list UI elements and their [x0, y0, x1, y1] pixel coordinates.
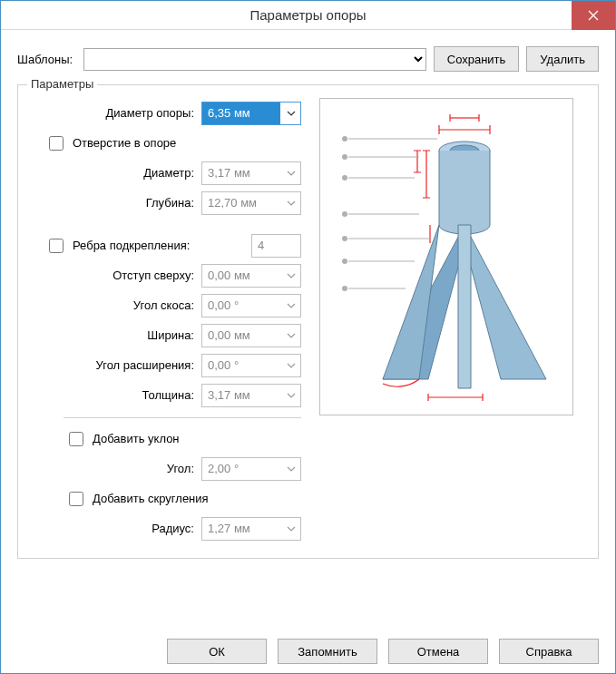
- ribs-count: 4: [251, 234, 301, 258]
- parameters-column: Диаметр опоры: Отверстие в опоре Диаметр…: [29, 98, 301, 543]
- thickness-field: [202, 385, 280, 406]
- hole-diameter-input: [201, 161, 301, 185]
- svg-point-9: [342, 154, 347, 160]
- dialog-buttons-row: ОК Запомнить Отмена Справка: [17, 633, 599, 664]
- boss-diameter-label: Диаметр опоры:: [105, 106, 194, 120]
- chevron-down-icon[interactable]: [280, 103, 300, 124]
- svg-point-7: [342, 136, 347, 142]
- offset-top-input: [201, 264, 301, 288]
- templates-row: Шаблоны: Сохранить Удалить: [17, 46, 599, 72]
- chevron-down-icon: [280, 385, 300, 406]
- templates-label: Шаблоны:: [17, 53, 73, 66]
- expand-angle-input: [201, 354, 301, 377]
- boss-diameter-field[interactable]: [202, 103, 280, 124]
- draft-angle-field: [202, 458, 280, 480]
- fillet-radius-label: Радиус:: [152, 522, 194, 535]
- boss-diameter-input[interactable]: [201, 102, 301, 125]
- divider: [64, 417, 301, 418]
- boss-preview-diagram: [319, 98, 573, 415]
- hole-diameter-field: [202, 162, 280, 184]
- ribs-label: Ребра подкрепления:: [73, 239, 190, 252]
- hole-diameter-label: Диаметр:: [143, 166, 194, 180]
- titlebar: Параметры опоры: [1, 1, 615, 30]
- bevel-angle-label: Угол скоса:: [133, 298, 194, 312]
- svg-point-11: [342, 175, 347, 181]
- chevron-down-icon: [280, 458, 300, 480]
- hole-depth-input: [201, 191, 301, 215]
- ok-button[interactable]: ОК: [167, 639, 267, 664]
- delete-template-button[interactable]: Удалить: [526, 46, 599, 72]
- close-icon: [588, 10, 599, 21]
- save-template-button[interactable]: Сохранить: [434, 46, 520, 72]
- fillet-radius-field: [202, 518, 280, 540]
- hole-depth-label: Глубина:: [146, 196, 194, 210]
- chevron-down-icon: [280, 518, 300, 540]
- chevron-down-icon: [280, 325, 300, 347]
- bevel-angle-field: [202, 295, 280, 317]
- svg-point-17: [342, 259, 347, 264]
- thickness-input: [201, 384, 301, 407]
- ribs-checkbox[interactable]: [49, 239, 64, 253]
- parameters-legend: Параметры: [27, 77, 97, 91]
- fillet-radius-input: [201, 517, 301, 541]
- thickness-label: Толщина:: [142, 388, 194, 402]
- hole-in-boss-checkbox[interactable]: [49, 136, 64, 151]
- svg-point-13: [342, 211, 347, 217]
- expand-angle-field: [202, 355, 280, 376]
- add-fillet-label: Добавить скругления: [93, 492, 209, 505]
- dialog-window: Параметры опоры Шаблоны: Сохранить Удали…: [0, 0, 616, 674]
- offset-top-field: [202, 265, 280, 287]
- chevron-down-icon: [280, 192, 300, 214]
- window-title: Параметры опоры: [249, 7, 366, 23]
- hole-depth-field: [202, 192, 280, 214]
- svg-point-15: [342, 236, 347, 241]
- draft-angle-label: Угол:: [167, 462, 194, 475]
- offset-top-label: Отступ сверху:: [112, 269, 194, 282]
- cancel-button[interactable]: Отмена: [388, 639, 488, 664]
- bevel-angle-input: [201, 294, 301, 317]
- chevron-down-icon: [280, 355, 300, 376]
- draft-angle-input: [201, 457, 301, 481]
- close-button[interactable]: [572, 1, 615, 30]
- width-input: [201, 324, 301, 347]
- add-draft-label: Добавить уклон: [93, 432, 180, 445]
- width-label: Ширина:: [147, 328, 194, 342]
- add-draft-checkbox[interactable]: [69, 432, 83, 446]
- help-button[interactable]: Справка: [499, 639, 599, 664]
- chevron-down-icon: [280, 162, 300, 184]
- remember-button[interactable]: Запомнить: [278, 639, 377, 664]
- parameters-fieldset: Параметры Диаметр опоры: Отверстие в опо…: [17, 84, 599, 559]
- chevron-down-icon: [280, 265, 300, 287]
- width-field: [202, 325, 280, 347]
- chevron-down-icon: [280, 295, 300, 317]
- templates-select[interactable]: [83, 48, 426, 71]
- svg-point-19: [342, 286, 347, 291]
- add-fillet-checkbox[interactable]: [69, 492, 83, 506]
- expand-angle-label: Угол расширения:: [96, 358, 194, 372]
- hole-in-boss-label: Отверстие в опоре: [73, 136, 176, 150]
- boss-diagram-svg: [328, 107, 564, 406]
